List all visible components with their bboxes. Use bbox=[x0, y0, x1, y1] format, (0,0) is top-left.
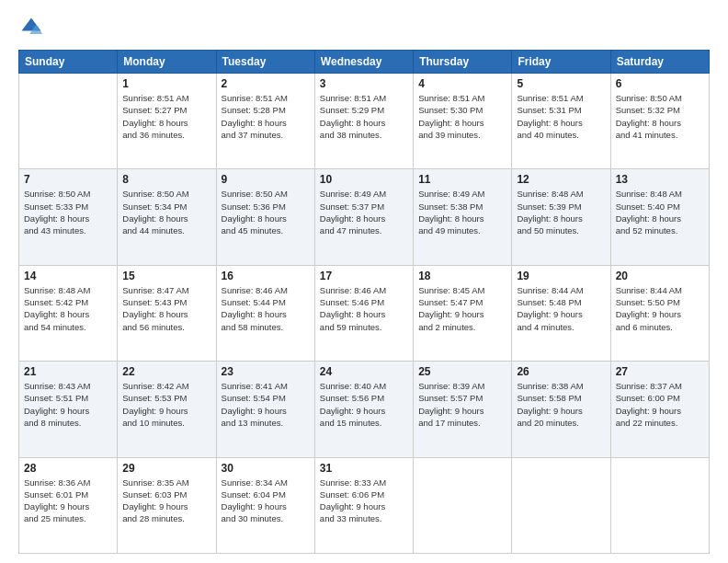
day-cell: 7Sunrise: 8:50 AMSunset: 5:33 PMDaylight… bbox=[19, 169, 118, 265]
day-number: 16 bbox=[222, 270, 310, 282]
header bbox=[18, 15, 710, 40]
day-info: Sunrise: 8:50 AMSunset: 5:36 PMDaylight:… bbox=[222, 188, 310, 236]
day-cell: 18Sunrise: 8:45 AMSunset: 5:47 PMDayligh… bbox=[414, 265, 512, 361]
day-cell: 16Sunrise: 8:46 AMSunset: 5:44 PMDayligh… bbox=[216, 265, 314, 361]
col-header-monday: Monday bbox=[118, 51, 216, 74]
day-number: 4 bbox=[418, 77, 506, 90]
day-info: Sunrise: 8:35 AMSunset: 6:03 PMDaylight:… bbox=[122, 477, 210, 525]
day-number: 30 bbox=[222, 462, 310, 475]
day-number: 18 bbox=[418, 270, 506, 282]
day-info: Sunrise: 8:51 AMSunset: 5:28 PMDaylight:… bbox=[222, 92, 310, 141]
day-cell: 14Sunrise: 8:48 AMSunset: 5:42 PMDayligh… bbox=[19, 265, 118, 361]
col-header-friday: Friday bbox=[512, 51, 610, 74]
day-info: Sunrise: 8:36 AMSunset: 6:01 PMDaylight:… bbox=[24, 477, 112, 525]
day-number: 12 bbox=[517, 173, 605, 186]
week-row-2: 7Sunrise: 8:50 AMSunset: 5:33 PMDaylight… bbox=[19, 169, 710, 265]
day-cell: 5Sunrise: 8:51 AMSunset: 5:31 PMDaylight… bbox=[512, 74, 610, 169]
day-info: Sunrise: 8:34 AMSunset: 6:04 PMDaylight:… bbox=[222, 477, 310, 525]
day-info: Sunrise: 8:51 AMSunset: 5:27 PMDaylight:… bbox=[122, 92, 210, 141]
day-cell: 23Sunrise: 8:41 AMSunset: 5:54 PMDayligh… bbox=[216, 362, 314, 457]
day-info: Sunrise: 8:33 AMSunset: 6:06 PMDaylight:… bbox=[320, 477, 408, 525]
col-header-sunday: Sunday bbox=[19, 51, 118, 74]
day-number: 29 bbox=[122, 462, 210, 475]
day-number: 15 bbox=[122, 270, 210, 282]
day-cell: 11Sunrise: 8:49 AMSunset: 5:38 PMDayligh… bbox=[414, 169, 512, 265]
day-cell: 27Sunrise: 8:37 AMSunset: 6:00 PMDayligh… bbox=[610, 362, 709, 457]
day-cell: 1Sunrise: 8:51 AMSunset: 5:27 PMDaylight… bbox=[118, 74, 216, 169]
day-cell: 22Sunrise: 8:42 AMSunset: 5:53 PMDayligh… bbox=[118, 362, 216, 457]
week-row-3: 14Sunrise: 8:48 AMSunset: 5:42 PMDayligh… bbox=[19, 265, 710, 361]
day-number: 19 bbox=[517, 270, 605, 282]
day-info: Sunrise: 8:42 AMSunset: 5:53 PMDaylight:… bbox=[122, 380, 210, 429]
week-row-5: 28Sunrise: 8:36 AMSunset: 6:01 PMDayligh… bbox=[19, 457, 710, 553]
day-cell bbox=[19, 74, 118, 169]
day-number: 25 bbox=[418, 365, 506, 378]
day-info: Sunrise: 8:45 AMSunset: 5:47 PMDaylight:… bbox=[418, 284, 506, 333]
day-cell bbox=[610, 457, 709, 553]
day-info: Sunrise: 8:49 AMSunset: 5:38 PMDaylight:… bbox=[418, 188, 506, 236]
day-info: Sunrise: 8:48 AMSunset: 5:40 PMDaylight:… bbox=[616, 188, 704, 236]
logo bbox=[18, 15, 48, 40]
day-cell: 21Sunrise: 8:43 AMSunset: 5:51 PMDayligh… bbox=[19, 362, 118, 457]
day-cell: 25Sunrise: 8:39 AMSunset: 5:57 PMDayligh… bbox=[414, 362, 512, 457]
col-header-thursday: Thursday bbox=[414, 51, 512, 74]
day-info: Sunrise: 8:48 AMSunset: 5:39 PMDaylight:… bbox=[517, 188, 605, 236]
day-number: 22 bbox=[122, 365, 210, 378]
day-cell: 2Sunrise: 8:51 AMSunset: 5:28 PMDaylight… bbox=[216, 74, 314, 169]
day-info: Sunrise: 8:47 AMSunset: 5:43 PMDaylight:… bbox=[122, 284, 210, 333]
day-cell: 13Sunrise: 8:48 AMSunset: 5:40 PMDayligh… bbox=[610, 169, 709, 265]
day-info: Sunrise: 8:41 AMSunset: 5:54 PMDaylight:… bbox=[222, 380, 310, 429]
day-number: 28 bbox=[24, 462, 112, 475]
page: SundayMondayTuesdayWednesdayThursdayFrid… bbox=[0, 0, 728, 563]
day-cell: 19Sunrise: 8:44 AMSunset: 5:48 PMDayligh… bbox=[512, 265, 610, 361]
day-number: 20 bbox=[616, 270, 704, 282]
day-info: Sunrise: 8:50 AMSunset: 5:34 PMDaylight:… bbox=[122, 188, 210, 236]
day-number: 10 bbox=[320, 173, 408, 186]
day-cell: 30Sunrise: 8:34 AMSunset: 6:04 PMDayligh… bbox=[216, 457, 314, 553]
day-number: 2 bbox=[222, 77, 310, 90]
day-info: Sunrise: 8:50 AMSunset: 5:33 PMDaylight:… bbox=[24, 188, 112, 236]
day-number: 17 bbox=[320, 270, 408, 282]
day-cell: 8Sunrise: 8:50 AMSunset: 5:34 PMDaylight… bbox=[118, 169, 216, 265]
col-header-wednesday: Wednesday bbox=[314, 51, 413, 74]
day-number: 13 bbox=[616, 173, 704, 186]
day-cell: 6Sunrise: 8:50 AMSunset: 5:32 PMDaylight… bbox=[610, 74, 709, 169]
day-number: 3 bbox=[320, 77, 408, 90]
day-number: 8 bbox=[122, 173, 210, 186]
day-info: Sunrise: 8:40 AMSunset: 5:56 PMDaylight:… bbox=[320, 380, 408, 429]
day-info: Sunrise: 8:51 AMSunset: 5:30 PMDaylight:… bbox=[418, 92, 506, 141]
day-cell: 20Sunrise: 8:44 AMSunset: 5:50 PMDayligh… bbox=[610, 265, 709, 361]
day-cell: 10Sunrise: 8:49 AMSunset: 5:37 PMDayligh… bbox=[314, 169, 413, 265]
day-cell: 31Sunrise: 8:33 AMSunset: 6:06 PMDayligh… bbox=[314, 457, 413, 553]
day-info: Sunrise: 8:43 AMSunset: 5:51 PMDaylight:… bbox=[24, 380, 112, 429]
day-number: 23 bbox=[222, 365, 310, 378]
day-number: 24 bbox=[320, 365, 408, 378]
day-info: Sunrise: 8:38 AMSunset: 5:58 PMDaylight:… bbox=[517, 380, 605, 429]
day-cell: 9Sunrise: 8:50 AMSunset: 5:36 PMDaylight… bbox=[216, 169, 314, 265]
day-info: Sunrise: 8:51 AMSunset: 5:29 PMDaylight:… bbox=[320, 92, 408, 141]
day-cell: 29Sunrise: 8:35 AMSunset: 6:03 PMDayligh… bbox=[118, 457, 216, 553]
day-cell bbox=[512, 457, 610, 553]
day-cell: 26Sunrise: 8:38 AMSunset: 5:58 PMDayligh… bbox=[512, 362, 610, 457]
week-row-4: 21Sunrise: 8:43 AMSunset: 5:51 PMDayligh… bbox=[19, 362, 710, 457]
week-row-1: 1Sunrise: 8:51 AMSunset: 5:27 PMDaylight… bbox=[19, 74, 710, 169]
day-number: 6 bbox=[616, 77, 704, 90]
logo-icon bbox=[18, 15, 44, 40]
day-info: Sunrise: 8:48 AMSunset: 5:42 PMDaylight:… bbox=[24, 284, 112, 333]
day-info: Sunrise: 8:49 AMSunset: 5:37 PMDaylight:… bbox=[320, 188, 408, 236]
day-info: Sunrise: 8:50 AMSunset: 5:32 PMDaylight:… bbox=[616, 92, 704, 141]
day-info: Sunrise: 8:51 AMSunset: 5:31 PMDaylight:… bbox=[517, 92, 605, 141]
day-cell: 28Sunrise: 8:36 AMSunset: 6:01 PMDayligh… bbox=[19, 457, 118, 553]
day-number: 5 bbox=[517, 77, 605, 90]
day-info: Sunrise: 8:46 AMSunset: 5:44 PMDaylight:… bbox=[222, 284, 310, 333]
day-number: 14 bbox=[24, 270, 112, 282]
day-cell: 4Sunrise: 8:51 AMSunset: 5:30 PMDaylight… bbox=[414, 74, 512, 169]
day-number: 26 bbox=[517, 365, 605, 378]
day-cell: 3Sunrise: 8:51 AMSunset: 5:29 PMDaylight… bbox=[314, 74, 413, 169]
day-cell: 12Sunrise: 8:48 AMSunset: 5:39 PMDayligh… bbox=[512, 169, 610, 265]
day-info: Sunrise: 8:44 AMSunset: 5:50 PMDaylight:… bbox=[616, 284, 704, 333]
header-row: SundayMondayTuesdayWednesdayThursdayFrid… bbox=[19, 51, 710, 74]
day-info: Sunrise: 8:37 AMSunset: 6:00 PMDaylight:… bbox=[616, 380, 704, 429]
day-info: Sunrise: 8:46 AMSunset: 5:46 PMDaylight:… bbox=[320, 284, 408, 333]
day-cell: 15Sunrise: 8:47 AMSunset: 5:43 PMDayligh… bbox=[118, 265, 216, 361]
